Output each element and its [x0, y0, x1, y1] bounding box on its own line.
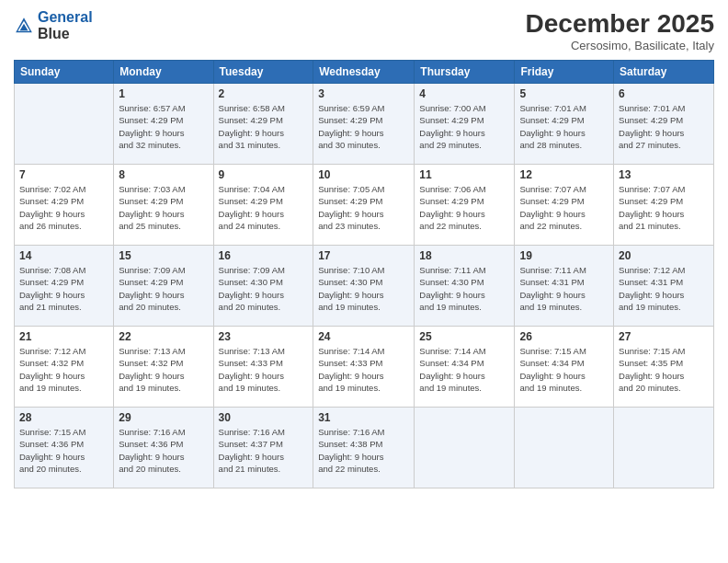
- day-info: Sunrise: 7:15 AMSunset: 4:36 PMDaylight:…: [19, 426, 108, 475]
- calendar-cell: 10Sunrise: 7:05 AMSunset: 4:29 PMDayligh…: [313, 165, 415, 246]
- day-info: Sunrise: 7:03 AMSunset: 4:29 PMDaylight:…: [119, 183, 208, 232]
- day-number: 31: [318, 411, 409, 424]
- day-info: Sunrise: 7:07 AMSunset: 4:29 PMDaylight:…: [519, 183, 609, 232]
- calendar-cell: 27Sunrise: 7:15 AMSunset: 4:35 PMDayligh…: [614, 327, 714, 408]
- calendar-cell: 28Sunrise: 7:15 AMSunset: 4:36 PMDayligh…: [15, 408, 114, 488]
- day-number: 30: [219, 411, 309, 424]
- day-info: Sunrise: 7:08 AMSunset: 4:29 PMDaylight:…: [19, 264, 108, 313]
- month-title: December 2025: [526, 9, 714, 39]
- day-number: 18: [419, 249, 509, 262]
- day-number: 3: [318, 87, 409, 100]
- day-number: 27: [619, 330, 709, 343]
- day-number: 21: [19, 330, 108, 343]
- day-number: 7: [19, 168, 108, 181]
- calendar-cell: [15, 84, 114, 165]
- day-info: Sunrise: 7:16 AMSunset: 4:38 PMDaylight:…: [318, 426, 409, 475]
- day-number: 5: [519, 87, 609, 100]
- calendar-cell: 15Sunrise: 7:09 AMSunset: 4:29 PMDayligh…: [114, 246, 213, 327]
- day-number: 22: [119, 330, 208, 343]
- col-header-monday: Monday: [114, 61, 213, 84]
- day-number: 16: [219, 249, 309, 262]
- calendar-cell: 26Sunrise: 7:15 AMSunset: 4:34 PMDayligh…: [515, 327, 614, 408]
- calendar-cell: 25Sunrise: 7:14 AMSunset: 4:34 PMDayligh…: [415, 327, 515, 408]
- day-info: Sunrise: 7:01 AMSunset: 4:29 PMDaylight:…: [519, 102, 609, 151]
- day-info: Sunrise: 7:11 AMSunset: 4:31 PMDaylight:…: [519, 264, 609, 313]
- col-header-wednesday: Wednesday: [313, 61, 415, 84]
- logo: General Blue: [14, 9, 93, 42]
- calendar-cell: 5Sunrise: 7:01 AMSunset: 4:29 PMDaylight…: [515, 84, 614, 165]
- logo-text: General Blue: [38, 9, 93, 42]
- day-number: 28: [19, 411, 108, 424]
- day-number: 13: [619, 168, 709, 181]
- day-info: Sunrise: 7:15 AMSunset: 4:35 PMDaylight:…: [619, 345, 709, 394]
- calendar-cell: 1Sunrise: 6:57 AMSunset: 4:29 PMDaylight…: [114, 84, 213, 165]
- day-info: Sunrise: 7:02 AMSunset: 4:29 PMDaylight:…: [19, 183, 108, 232]
- day-number: 24: [318, 330, 409, 343]
- calendar-cell: 11Sunrise: 7:06 AMSunset: 4:29 PMDayligh…: [415, 165, 515, 246]
- day-number: 19: [519, 249, 609, 262]
- col-header-sunday: Sunday: [15, 61, 114, 84]
- day-info: Sunrise: 7:14 AMSunset: 4:33 PMDaylight:…: [318, 345, 409, 394]
- calendar-cell: 4Sunrise: 7:00 AMSunset: 4:29 PMDaylight…: [415, 84, 515, 165]
- calendar-cell: [415, 408, 515, 488]
- calendar-cell: 19Sunrise: 7:11 AMSunset: 4:31 PMDayligh…: [515, 246, 614, 327]
- col-header-saturday: Saturday: [614, 61, 714, 84]
- day-number: 12: [519, 168, 609, 181]
- day-info: Sunrise: 7:01 AMSunset: 4:29 PMDaylight:…: [619, 102, 709, 151]
- day-info: Sunrise: 7:05 AMSunset: 4:29 PMDaylight:…: [318, 183, 409, 232]
- day-info: Sunrise: 7:07 AMSunset: 4:29 PMDaylight:…: [619, 183, 709, 232]
- day-number: 10: [318, 168, 409, 181]
- calendar-cell: 23Sunrise: 7:13 AMSunset: 4:33 PMDayligh…: [213, 327, 313, 408]
- day-info: Sunrise: 7:12 AMSunset: 4:31 PMDaylight:…: [619, 264, 709, 313]
- day-number: 2: [219, 87, 309, 100]
- day-number: 15: [119, 249, 208, 262]
- day-info: Sunrise: 7:09 AMSunset: 4:30 PMDaylight:…: [219, 264, 309, 313]
- day-number: 25: [419, 330, 509, 343]
- day-info: Sunrise: 6:57 AMSunset: 4:29 PMDaylight:…: [119, 102, 208, 151]
- header: General Blue December 2025 Cersosimo, Ba…: [14, 9, 714, 52]
- calendar-cell: 12Sunrise: 7:07 AMSunset: 4:29 PMDayligh…: [515, 165, 614, 246]
- calendar-cell: 18Sunrise: 7:11 AMSunset: 4:30 PMDayligh…: [415, 246, 515, 327]
- calendar-cell: 22Sunrise: 7:13 AMSunset: 4:32 PMDayligh…: [114, 327, 213, 408]
- calendar-week-row: 14Sunrise: 7:08 AMSunset: 4:29 PMDayligh…: [15, 246, 714, 327]
- calendar-cell: 14Sunrise: 7:08 AMSunset: 4:29 PMDayligh…: [15, 246, 114, 327]
- page-container: General Blue December 2025 Cersosimo, Ba…: [0, 0, 728, 563]
- col-header-tuesday: Tuesday: [213, 61, 313, 84]
- calendar-cell: 20Sunrise: 7:12 AMSunset: 4:31 PMDayligh…: [614, 246, 714, 327]
- day-info: Sunrise: 7:16 AMSunset: 4:36 PMDaylight:…: [119, 426, 208, 475]
- day-info: Sunrise: 7:09 AMSunset: 4:29 PMDaylight:…: [119, 264, 208, 313]
- col-header-friday: Friday: [515, 61, 614, 84]
- day-info: Sunrise: 7:16 AMSunset: 4:37 PMDaylight:…: [219, 426, 309, 475]
- calendar-header-row: SundayMondayTuesdayWednesdayThursdayFrid…: [15, 61, 714, 84]
- day-number: 26: [519, 330, 609, 343]
- col-header-thursday: Thursday: [415, 61, 515, 84]
- day-number: 9: [219, 168, 309, 181]
- calendar-cell: [515, 408, 614, 488]
- day-info: Sunrise: 7:06 AMSunset: 4:29 PMDaylight:…: [419, 183, 509, 232]
- location-subtitle: Cersosimo, Basilicate, Italy: [526, 39, 714, 52]
- day-info: Sunrise: 7:04 AMSunset: 4:29 PMDaylight:…: [219, 183, 309, 232]
- calendar-cell: 30Sunrise: 7:16 AMSunset: 4:37 PMDayligh…: [213, 408, 313, 488]
- calendar-cell: 31Sunrise: 7:16 AMSunset: 4:38 PMDayligh…: [313, 408, 415, 488]
- calendar-cell: 17Sunrise: 7:10 AMSunset: 4:30 PMDayligh…: [313, 246, 415, 327]
- calendar-cell: 13Sunrise: 7:07 AMSunset: 4:29 PMDayligh…: [614, 165, 714, 246]
- day-info: Sunrise: 7:13 AMSunset: 4:32 PMDaylight:…: [119, 345, 208, 394]
- calendar-cell: [614, 408, 714, 488]
- calendar-cell: 2Sunrise: 6:58 AMSunset: 4:29 PMDaylight…: [213, 84, 313, 165]
- calendar-table: SundayMondayTuesdayWednesdayThursdayFrid…: [14, 60, 714, 488]
- day-number: 1: [119, 87, 208, 100]
- day-info: Sunrise: 7:11 AMSunset: 4:30 PMDaylight:…: [419, 264, 509, 313]
- day-info: Sunrise: 7:15 AMSunset: 4:34 PMDaylight:…: [519, 345, 609, 394]
- title-section: December 2025 Cersosimo, Basilicate, Ita…: [526, 9, 714, 52]
- day-info: Sunrise: 7:00 AMSunset: 4:29 PMDaylight:…: [419, 102, 509, 151]
- day-info: Sunrise: 7:10 AMSunset: 4:30 PMDaylight:…: [318, 264, 409, 313]
- day-info: Sunrise: 7:14 AMSunset: 4:34 PMDaylight:…: [419, 345, 509, 394]
- calendar-cell: 16Sunrise: 7:09 AMSunset: 4:30 PMDayligh…: [213, 246, 313, 327]
- day-info: Sunrise: 6:59 AMSunset: 4:29 PMDaylight:…: [318, 102, 409, 151]
- day-info: Sunrise: 7:13 AMSunset: 4:33 PMDaylight:…: [219, 345, 309, 394]
- calendar-cell: 24Sunrise: 7:14 AMSunset: 4:33 PMDayligh…: [313, 327, 415, 408]
- day-number: 29: [119, 411, 208, 424]
- day-number: 14: [19, 249, 108, 262]
- calendar-cell: 7Sunrise: 7:02 AMSunset: 4:29 PMDaylight…: [15, 165, 114, 246]
- calendar-cell: 21Sunrise: 7:12 AMSunset: 4:32 PMDayligh…: [15, 327, 114, 408]
